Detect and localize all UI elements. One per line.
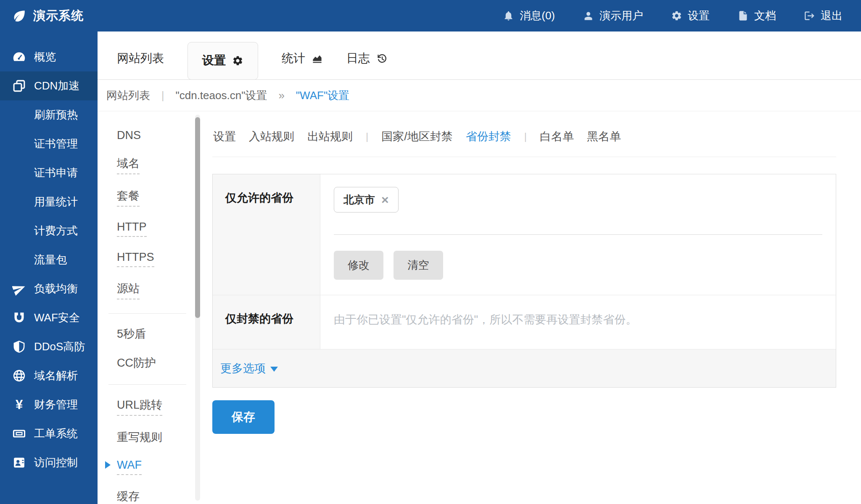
sidebar-item-label: 流量包: [34, 252, 67, 267]
magnet-icon: [12, 311, 26, 325]
menu-item-rewrite-rules[interactable]: 重写规则: [117, 430, 201, 445]
province-block-form: 仅允许的省份 北京市 × 修改 清空 仅封禁的省份: [212, 174, 836, 388]
subnav-outbound-rules[interactable]: 出站规则: [307, 129, 353, 144]
subnav-country-block[interactable]: 国家/地区封禁: [381, 129, 453, 144]
tab-label: 日志: [346, 50, 370, 66]
sidebar-item-cert-manage[interactable]: 证书管理: [0, 129, 98, 158]
tab-statistics[interactable]: 统计: [282, 50, 323, 66]
menu-item-http[interactable]: HTTP: [117, 220, 201, 237]
waf-settings-panel: 设置 入站规则 出站规则 | 国家/地区封禁 省份封禁 | 白名单 黑名单 仅允…: [201, 111, 861, 504]
sidebar-item-label: 刷新预热: [34, 108, 78, 122]
menu-item-dns[interactable]: DNS: [117, 129, 201, 142]
province-tag[interactable]: 北京市 ×: [334, 187, 399, 213]
breadcrumb-site-list[interactable]: 网站列表: [106, 88, 150, 103]
subnav-blacklist[interactable]: 黑名单: [587, 129, 621, 144]
logout-label: 退出: [821, 8, 843, 23]
menu-item-waf[interactable]: WAF: [117, 459, 201, 475]
scrollbar-thumb[interactable]: [195, 117, 200, 318]
sidebar-item-label: DDoS高防: [34, 339, 85, 354]
subnav-province-block[interactable]: 省份封禁: [466, 129, 511, 144]
sidebar-item-dns-resolve[interactable]: 域名解析: [0, 361, 98, 390]
leaf-icon: [13, 9, 26, 23]
account-button[interactable]: 演示用户: [583, 8, 643, 23]
province-buttons: 修改 清空: [334, 251, 822, 280]
breadcrumb: 网站列表 | "cdn.teaos.cn"设置 » "WAF"设置: [98, 80, 861, 111]
tab-settings[interactable]: 设置: [188, 42, 258, 80]
yen-icon: ¥: [12, 397, 26, 412]
more-options-link[interactable]: 更多选项: [220, 361, 278, 376]
sidebar: 概览 CDN加速 刷新预热 证书管理 证书申请 用量统计 计费方式 流量包 负载…: [0, 32, 98, 504]
logout-button[interactable]: 退出: [804, 8, 843, 23]
sidebar-item-tickets[interactable]: 工单系统: [0, 419, 98, 448]
shield-icon: [12, 340, 26, 354]
more-options-label: 更多选项: [220, 361, 266, 376]
breadcrumb-site-settings[interactable]: "cdn.teaos.cn"设置: [176, 88, 267, 103]
sidebar-item-label: 概览: [34, 50, 56, 64]
sidebar-item-ddos[interactable]: DDoS高防: [0, 332, 98, 361]
subnav-inbound-rules[interactable]: 入站规则: [249, 129, 294, 144]
subnav-whitelist[interactable]: 白名单: [540, 129, 574, 144]
sidebar-item-cdn[interactable]: CDN加速: [0, 71, 98, 100]
bell-icon: [503, 10, 514, 21]
sidebar-item-load-balance[interactable]: 负载均衡: [0, 274, 98, 303]
menu-item-label: CC防护: [117, 357, 156, 369]
modify-button[interactable]: 修改: [334, 251, 383, 280]
menu-item-origin[interactable]: 源站: [117, 281, 201, 299]
docs-button[interactable]: 文档: [737, 8, 776, 23]
sidebar-item-label: 财务管理: [34, 397, 78, 412]
clear-button[interactable]: 清空: [394, 251, 443, 280]
menu-item-domain[interactable]: 域名: [117, 156, 201, 174]
sidebar-item-finance[interactable]: ¥ 财务管理: [0, 390, 98, 419]
sidebar-item-traffic-pack[interactable]: 流量包: [0, 245, 98, 274]
tab-label: 统计: [282, 50, 305, 66]
save-button[interactable]: 保存: [212, 400, 275, 434]
tab-label: 网站列表: [117, 50, 164, 66]
menu-item-url-redirect[interactable]: URL跳转: [117, 397, 201, 416]
province-tag-label: 北京市: [343, 193, 375, 207]
more-options-row: 更多选项: [213, 349, 836, 387]
settings-label: 设置: [688, 8, 710, 23]
sidebar-item-refresh-prewarm[interactable]: 刷新预热: [0, 100, 98, 129]
menu-item-5s-shield[interactable]: 5秒盾: [117, 326, 201, 341]
province-input-underline[interactable]: [334, 234, 822, 235]
dashboard-icon: [12, 50, 26, 64]
user-icon: [583, 10, 594, 21]
breadcrumb-waf-settings[interactable]: "WAF"设置: [296, 88, 349, 103]
tab-label: 设置: [202, 52, 226, 68]
tab-logs[interactable]: 日志: [346, 50, 388, 66]
messages-label: 消息(0): [520, 8, 555, 23]
sidebar-item-access-control[interactable]: 访问控制: [0, 448, 98, 477]
sidebar-item-cert-apply[interactable]: 证书申请: [0, 158, 98, 187]
subnav-settings[interactable]: 设置: [213, 129, 236, 144]
brand-label: 演示系统: [33, 8, 84, 24]
sidebar-item-overview[interactable]: 概览: [0, 42, 98, 71]
breadcrumb-separator: »: [278, 89, 284, 102]
brand[interactable]: 演示系统: [13, 8, 84, 24]
menu-item-label: HTTP: [117, 220, 147, 237]
tab-site-list[interactable]: 网站列表: [117, 50, 164, 66]
blocked-provinces-label: 仅封禁的省份: [213, 295, 320, 349]
sidebar-item-waf[interactable]: WAF安全: [0, 303, 98, 332]
sidebar-item-usage-stats[interactable]: 用量统计: [0, 187, 98, 216]
remove-tag-icon[interactable]: ×: [381, 195, 389, 205]
menu-item-plan[interactable]: 套餐: [117, 188, 201, 207]
messages-button[interactable]: 消息(0): [503, 8, 555, 23]
sidebar-item-billing[interactable]: 计费方式: [0, 216, 98, 245]
allowed-provinces-field: 北京市 × 修改 清空: [320, 174, 836, 295]
settings-button[interactable]: 设置: [671, 8, 710, 23]
menu-item-cc-protect[interactable]: CC防护: [117, 355, 201, 370]
area-chart-icon: [312, 53, 323, 64]
menu-item-label: HTTPS: [117, 251, 154, 267]
allowed-provinces-label: 仅允许的省份: [213, 174, 320, 295]
clone-icon: [12, 79, 26, 93]
menu-item-label: URL跳转: [117, 397, 162, 416]
menu-item-cache[interactable]: 缓存: [117, 489, 201, 504]
paper-plane-icon: [12, 282, 26, 296]
menu-item-label: 套餐: [117, 188, 140, 207]
menu-divider: [108, 313, 186, 314]
sidebar-item-label: 计费方式: [34, 223, 78, 238]
blocked-provinces-note: 由于你已设置"仅允许的省份"，所以不需要再设置封禁省份。: [334, 313, 637, 326]
breadcrumb-separator: |: [161, 89, 164, 102]
menu-item-https[interactable]: HTTPS: [117, 251, 201, 267]
menu-divider: [108, 384, 186, 385]
